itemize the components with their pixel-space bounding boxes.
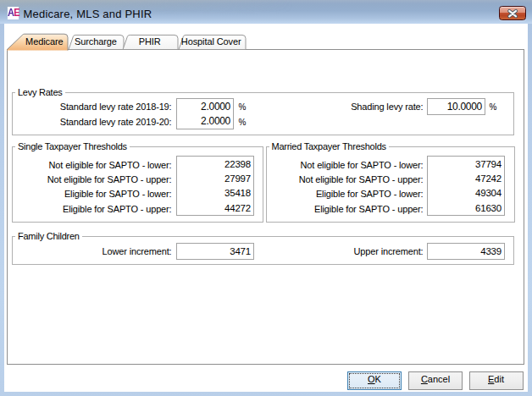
- svg-text:Hospital Cover: Hospital Cover: [181, 36, 241, 47]
- svg-text:PHIR: PHIR: [139, 36, 161, 47]
- svg-text:Surcharge: Surcharge: [75, 36, 117, 47]
- svg-text:Medicare: Medicare: [25, 36, 63, 47]
